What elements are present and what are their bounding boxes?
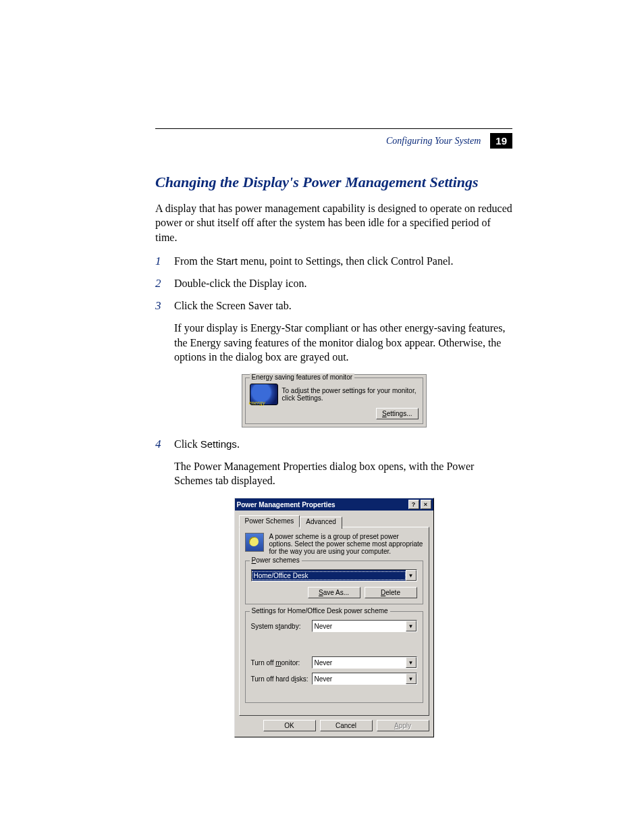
energy-star-icon xyxy=(250,384,278,405)
dialog-title: Power Management Properties xyxy=(237,501,336,509)
chevron-down-icon[interactable]: ▼ xyxy=(406,673,417,684)
step-1: 1 From the Start menu, point to Settings… xyxy=(155,254,512,269)
button-label-rest: ettings... xyxy=(387,410,412,417)
delete-button[interactable]: Delete xyxy=(365,587,417,598)
header-rule xyxy=(155,128,512,129)
text: menu, point to Settings, then click Cont… xyxy=(238,255,454,267)
combo-value: Home/Office Desk xyxy=(252,571,406,580)
text: From the xyxy=(174,255,216,267)
dialog-description: A power scheme is a group of preset powe… xyxy=(269,533,423,555)
monitor-combo[interactable]: Never ▼ xyxy=(312,656,417,669)
group-title: Settings for Home/Office Desk power sche… xyxy=(250,607,390,615)
step-number: 1 xyxy=(155,254,174,269)
apply-button: Apply xyxy=(377,720,429,731)
step-3: 3 Click the Screen Saver tab. xyxy=(155,298,512,314)
step-number: 2 xyxy=(155,276,174,292)
step-number: 3 xyxy=(155,298,174,314)
tab-power-schemes[interactable]: Power Schemes xyxy=(239,515,300,527)
monitor-label: Turn off monitor: xyxy=(251,659,312,667)
tab-advanced[interactable]: Advanced xyxy=(300,517,342,529)
step-4: 4 Click Settings. xyxy=(155,437,512,452)
page-header: Configuring Your System 19 xyxy=(155,133,512,149)
intro-paragraph: A display that has power management capa… xyxy=(155,201,512,245)
settings-button[interactable]: Settings... xyxy=(376,408,418,419)
tab-content: A power scheme is a group of preset powe… xyxy=(239,527,429,716)
chevron-down-icon[interactable]: ▼ xyxy=(406,657,417,668)
ordered-steps: 1 From the Start menu, point to Settings… xyxy=(155,254,512,314)
step-number: 4 xyxy=(155,437,174,452)
combo-value: Never xyxy=(313,622,406,631)
menu-name: Start xyxy=(216,255,238,267)
step-text: Double-click the Display icon. xyxy=(174,276,512,291)
disks-combo[interactable]: Never ▼ xyxy=(312,673,417,685)
ok-button[interactable]: OK xyxy=(263,720,316,731)
standby-combo[interactable]: Never ▼ xyxy=(312,620,417,632)
combo-value: Never xyxy=(313,658,406,667)
chevron-down-icon[interactable]: ▼ xyxy=(406,570,417,581)
ui-name: Settings xyxy=(200,438,237,450)
text: . xyxy=(237,438,240,450)
groupbox: Energy saving features of monitor To adj… xyxy=(245,377,423,424)
energy-saving-panel: Energy saving features of monitor To adj… xyxy=(242,374,427,427)
document-page: Configuring Your System 19 Changing the … xyxy=(0,0,644,805)
step-text: From the Start menu, point to Settings, … xyxy=(174,254,512,269)
chevron-down-icon[interactable]: ▼ xyxy=(406,621,417,631)
dialog-buttons: OK Cancel Apply xyxy=(235,720,433,737)
step-text: Click the Screen Saver tab. xyxy=(174,298,512,313)
heading: Changing the Display's Power Management … xyxy=(155,173,512,192)
group-text: To adjust the power settings for your mo… xyxy=(282,387,419,402)
close-button[interactable]: × xyxy=(421,500,431,509)
step3-note: If your display is Energy-Star compliant… xyxy=(174,321,512,365)
standby-label: System standby: xyxy=(251,623,312,630)
group-title: Power schemes xyxy=(250,556,302,564)
power-schemes-group: Power schemes Home/Office Desk ▼ Save As… xyxy=(245,561,423,604)
titlebar: Power Management Properties ? × xyxy=(235,498,433,511)
save-as-button[interactable]: Save As... xyxy=(308,587,360,598)
step-text: Click Settings. xyxy=(174,437,512,452)
disks-label: Turn off hard disks: xyxy=(251,675,312,683)
cancel-button[interactable]: Cancel xyxy=(320,720,373,731)
text: Click xyxy=(174,438,200,450)
group-legend: Energy saving features of monitor xyxy=(250,373,355,381)
settings-group: Settings for Home/Office Desk power sche… xyxy=(245,611,423,703)
help-button[interactable]: ? xyxy=(408,500,419,509)
page-number: 19 xyxy=(490,133,512,149)
power-management-dialog: Power Management Properties ? × Power Sc… xyxy=(234,498,434,737)
tab-strip: Power Schemes Advanced xyxy=(235,511,433,527)
step-2: 2 Double-click the Display icon. xyxy=(155,276,512,292)
power-icon xyxy=(245,533,264,552)
section-title: Configuring Your System xyxy=(386,136,481,147)
step4-note: The Power Management Properties dialog b… xyxy=(174,459,512,488)
combo-value: Never xyxy=(313,675,406,683)
power-scheme-combo[interactable]: Home/Office Desk ▼ xyxy=(251,569,417,581)
